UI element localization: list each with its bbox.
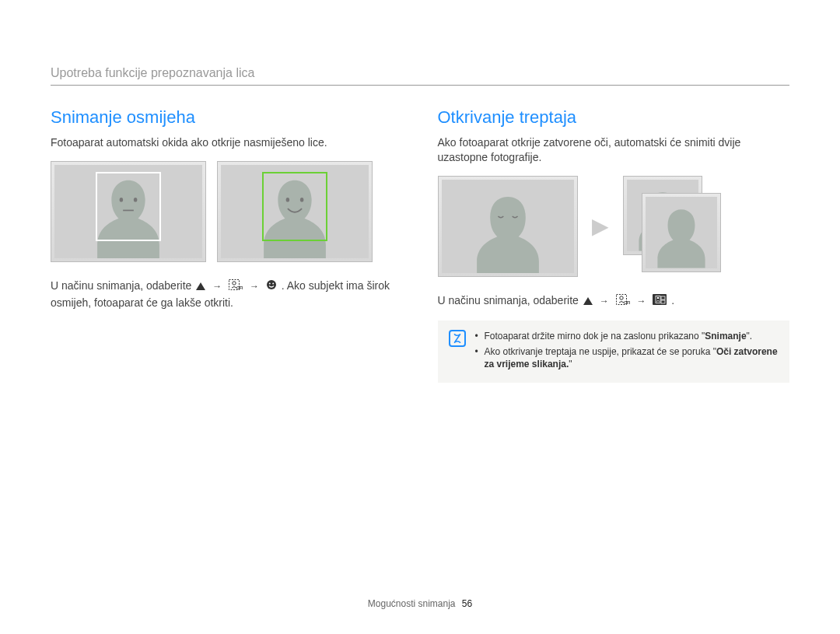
arrow-icon: →: [250, 281, 259, 292]
footer-section: Mogućnosti snimanja: [368, 598, 456, 609]
breadcrumb-title: Upotreba funkcije prepoznavanja lica: [51, 66, 789, 80]
svg-point-5: [233, 281, 236, 284]
blink-heading: Otkrivanje treptaja: [438, 107, 790, 128]
page: Upotreba funkcije prepoznavanja lica Sni…: [0, 0, 840, 383]
smile-instruction: U načinu snimanja, odaberite → OFF → . A…: [51, 278, 403, 311]
up-triangle-icon: [196, 282, 205, 290]
blink-thumb-closed: [438, 176, 578, 277]
svg-point-15: [657, 296, 660, 299]
smile-images: [51, 161, 403, 262]
smile-thumb-smiling: [217, 161, 373, 262]
face-rect-white-icon: [96, 172, 161, 241]
svg-text:OFF: OFF: [624, 300, 630, 305]
face-silhouette-icon: [646, 200, 717, 268]
arrow-right-icon: ▶: [589, 213, 612, 239]
arrow-icon: →: [636, 296, 646, 306]
up-triangle-icon: [583, 297, 593, 305]
instr-text: U načinu snimanja, odaberite: [51, 279, 194, 292]
svg-point-7: [267, 280, 276, 289]
smile-thumb-neutral: [51, 161, 206, 262]
svg-point-8: [269, 282, 271, 284]
blink-intro-text: Ako fotoaparat otkrije zatvorene oči, au…: [438, 135, 790, 165]
blink-result-stack: [623, 176, 724, 277]
blink-instruction: U načinu snimanja, odaberite → OFF → .: [438, 292, 790, 310]
page-footer: Mogućnosti snimanja 56: [0, 598, 840, 609]
face-detection-off-icon: OFF: [616, 293, 630, 310]
face-silhouette-icon: [442, 184, 574, 273]
smile-intro-text: Fotoaparat automatski okida ako otkrije …: [51, 135, 403, 150]
arrow-icon: →: [212, 281, 222, 292]
content-columns: Snimanje osmijeha Fotoaparat automatski …: [51, 107, 789, 383]
note-item: Fotoaparat držite mirno dok je na zaslon…: [475, 330, 779, 342]
header-bar: Upotreba funkcije prepoznavanja lica: [51, 66, 789, 86]
right-column: Otkrivanje treptaja Ako fotoaparat otkri…: [438, 107, 790, 383]
note-box: Fotoaparat držite mirno dok je na zaslon…: [438, 321, 790, 384]
svg-point-11: [619, 296, 622, 299]
blink-detection-icon: [653, 293, 667, 310]
face-rect-green-icon: [262, 172, 327, 241]
arrow-icon: →: [600, 296, 609, 306]
instr-text: U načinu snimanja, odaberite: [438, 294, 582, 306]
smile-face-icon: [266, 278, 277, 295]
page-number: 56: [462, 598, 472, 609]
instr-text-post: .: [671, 294, 674, 306]
svg-text:OFF: OFF: [236, 285, 243, 290]
blink-result-thumb: [642, 193, 721, 272]
note-icon: [449, 330, 466, 347]
svg-point-9: [272, 282, 274, 284]
smile-shot-heading: Snimanje osmijeha: [51, 107, 403, 128]
face-detection-off-icon: OFF: [229, 278, 243, 295]
left-column: Snimanje osmijeha Fotoaparat automatski …: [51, 107, 403, 383]
note-item: Ako otkrivanje treptaja ne uspije, prika…: [475, 345, 779, 370]
blink-images: ▶: [438, 176, 790, 277]
note-list: Fotoaparat držite mirno dok je na zaslon…: [475, 330, 779, 374]
